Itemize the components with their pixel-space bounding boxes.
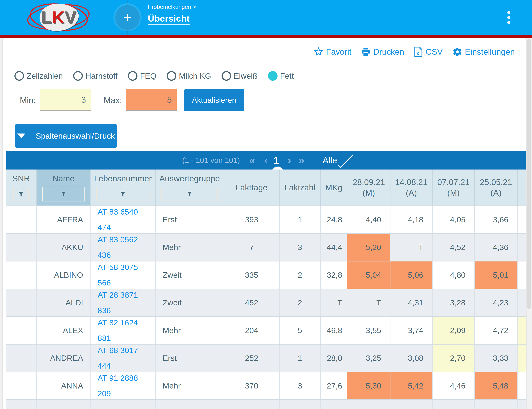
dropdown-arrow-icon xyxy=(17,133,25,138)
cell-date-1: 5,04 xyxy=(347,261,390,288)
cell-auswertegruppe xyxy=(155,400,224,409)
column-header-name[interactable]: Name xyxy=(36,169,90,205)
page-size-select[interactable]: Alle xyxy=(323,151,337,169)
cell-lebensnummer: AT 83 6540 474 xyxy=(90,206,155,233)
cell-auswertegruppe: Mehr xyxy=(155,234,224,261)
cell-date-1: 5,20 xyxy=(347,234,390,261)
cell-lakttage: 370 xyxy=(224,372,279,400)
column-header-date-4[interactable]: 25.05.21(A) xyxy=(474,169,517,205)
name-filter[interactable] xyxy=(42,187,85,201)
svg-text:x: x xyxy=(416,50,419,56)
cell-name: ANDREA xyxy=(36,344,90,372)
auswertegruppe-filter[interactable] xyxy=(161,187,218,201)
cell-date-4: 4,23 xyxy=(474,289,517,316)
lebensnummer-link[interactable]: AT 28 3871 836 xyxy=(98,289,143,316)
column-header-mkg[interactable]: MKg xyxy=(320,169,347,205)
column-header-date-3[interactable]: 07.07.21(M) xyxy=(432,169,474,205)
cell-lakttage: 7 xyxy=(224,234,279,261)
drucken-label: Drucken xyxy=(373,47,404,57)
cell-date-3: 4,46 xyxy=(432,372,474,400)
cell-mkg: 44,4 xyxy=(320,234,347,261)
next-page-button[interactable]: › xyxy=(287,151,291,169)
lebensnummer-link[interactable]: AT 83 6540 474 xyxy=(98,206,143,233)
logo-text: LKV xyxy=(26,8,92,27)
max-label: Max: xyxy=(104,89,122,111)
table-row-alex[interactable]: ALEX AT 82 1624 881 Mehr 204 5 46,8 3,55… xyxy=(6,316,526,344)
csv-export-button[interactable]: x CSV xyxy=(414,47,443,57)
radio-zellzahlen[interactable]: Zellzahlen xyxy=(14,71,63,81)
cell-name: ANNA xyxy=(36,372,90,400)
column-header-lebensnummer[interactable]: Lebensnummer xyxy=(90,169,155,205)
cell-date-3: 4,52 xyxy=(432,234,474,261)
radio-milch-kg[interactable]: Milch KG xyxy=(167,71,211,81)
max-input[interactable]: 5 xyxy=(126,89,177,111)
table-row-partial[interactable]: AT 83 2103 xyxy=(6,400,526,409)
radio-feq[interactable]: FEQ xyxy=(128,71,156,81)
radio-eiweiss[interactable]: Eiweiß xyxy=(222,71,257,81)
breadcrumb-parent[interactable]: Probemelkungen > xyxy=(148,4,196,10)
prev-page-button[interactable]: ‹ xyxy=(264,151,268,169)
cell-laktzahl: 5 xyxy=(279,317,320,344)
cell-mkg: 28,0 xyxy=(320,344,347,372)
table-row-albino[interactable]: ALBINO AT 58 3075 566 Zweit 335 2 32,8 5… xyxy=(6,261,526,288)
breadcrumb-current[interactable]: Übersicht xyxy=(148,13,196,24)
table-row-anna[interactable]: ANNA AT 91 2888 209 Mehr 370 3 27,6 5,30… xyxy=(6,372,526,400)
kebab-menu-icon[interactable] xyxy=(506,11,512,24)
column-header-date-1[interactable]: 28.09.21(M) xyxy=(347,169,390,205)
cell-clipped xyxy=(517,206,526,233)
cell-date-2: 4,31 xyxy=(390,289,432,316)
cell-mkg: 46,8 xyxy=(320,317,347,344)
spaltenauswahl-button[interactable]: Spaltenauswahl/Druck xyxy=(15,124,117,148)
radio-harnstoff[interactable]: Harnstoff xyxy=(73,71,117,81)
cell-date-4: 3,66 xyxy=(474,206,517,233)
cell-name: ALDI xyxy=(36,289,90,316)
add-button[interactable]: + xyxy=(115,5,140,29)
lebensnummer-filter[interactable] xyxy=(96,187,150,201)
lebensnummer-link[interactable]: AT 58 3075 566 xyxy=(98,261,143,288)
lkv-logo[interactable]: LKV xyxy=(26,2,92,32)
cell-mkg: 32,8 xyxy=(320,261,347,288)
lebensnummer-link[interactable]: AT 83 0562 436 xyxy=(98,234,143,261)
cell-snr xyxy=(6,317,36,344)
column-header-lakttage[interactable]: Lakttage xyxy=(224,169,279,205)
cell-lebensnummer: AT 83 2103 xyxy=(90,400,155,409)
cell-date-2 xyxy=(390,400,432,409)
cell-date-4: 4,36 xyxy=(474,234,517,261)
cell-date-3: 2,09 xyxy=(432,317,474,344)
cell-laktzahl: 3 xyxy=(279,234,320,261)
radio-fett[interactable]: Fett xyxy=(268,71,294,81)
einstellungen-button[interactable]: Einstellungen xyxy=(452,47,515,57)
column-header-laktzahl[interactable]: Laktzahl xyxy=(279,169,320,205)
star-icon xyxy=(314,47,323,57)
cell-date-3 xyxy=(432,400,474,409)
cell-snr xyxy=(6,234,36,261)
cell-auswertegruppe: Zweit xyxy=(155,261,224,288)
cell-snr xyxy=(6,372,36,400)
app-header: LKV + Probemelkungen > Übersicht xyxy=(0,0,532,35)
first-page-button[interactable]: « xyxy=(249,151,255,169)
table-header-row: SNR Name Lebensnummer Auswertegruppe Lak… xyxy=(6,169,526,205)
column-header-snr[interactable]: SNR xyxy=(6,169,36,205)
min-input[interactable]: 3 xyxy=(40,89,91,111)
table-row-affra[interactable]: AFFRA AT 83 6540 474 Erst 393 1 24,8 4,4… xyxy=(6,205,526,233)
aktualisieren-button[interactable]: Aktualisieren xyxy=(184,89,244,111)
radio-circle-icon xyxy=(73,71,83,81)
last-page-button[interactable]: » xyxy=(298,151,304,169)
lebensnummer-link[interactable]: AT 68 3017 444 xyxy=(98,344,143,372)
funnel-icon xyxy=(18,191,24,197)
table-row-akku[interactable]: AKKU AT 83 0562 436 Mehr 7 3 44,4 5,20 T… xyxy=(6,233,526,261)
lebensnummer-link[interactable]: AT 83 2103 xyxy=(98,407,143,409)
drucken-button[interactable]: Drucken xyxy=(361,47,404,57)
favorit-button[interactable]: Favorit xyxy=(314,47,352,57)
lebensnummer-link[interactable]: AT 91 2888 209 xyxy=(98,372,143,400)
snr-filter[interactable] xyxy=(13,187,29,201)
scrollbar[interactable] xyxy=(527,39,531,309)
cell-laktzahl: 3 xyxy=(279,372,320,400)
table-row-aldi[interactable]: ALDI AT 28 3871 836 Zweit 452 2 T T 4,31… xyxy=(6,288,526,316)
lebensnummer-link[interactable]: AT 82 1624 881 xyxy=(98,317,143,344)
cell-date-3: 2,70 xyxy=(432,344,474,372)
column-header-date-2[interactable]: 14.08.21(A) xyxy=(390,169,432,205)
column-header-auswertegruppe[interactable]: Auswertegruppe xyxy=(155,169,224,205)
result-count: (1 - 101 von 101) xyxy=(182,151,240,169)
table-row-andrea[interactable]: ANDREA AT 68 3017 444 Erst 252 1 28,0 3,… xyxy=(6,344,526,372)
